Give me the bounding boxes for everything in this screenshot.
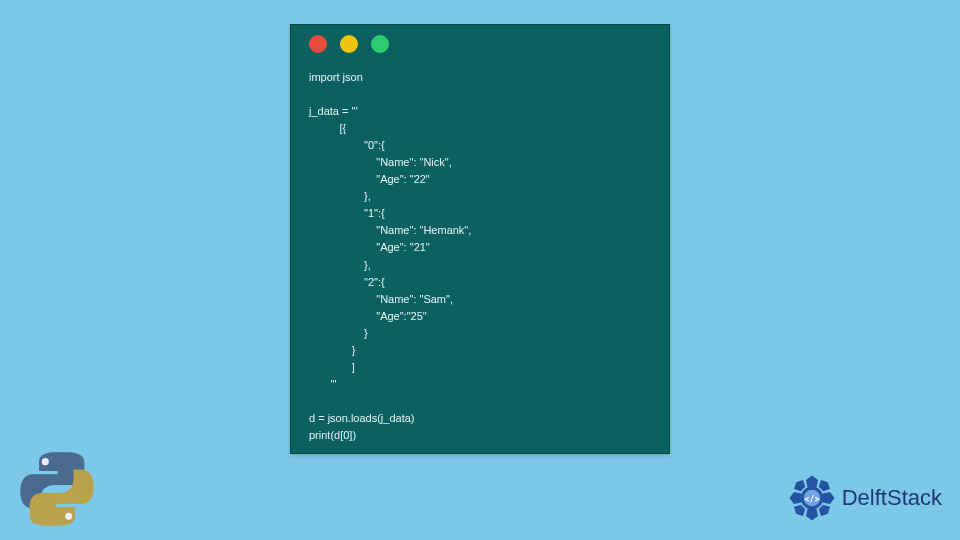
maximize-icon[interactable] xyxy=(371,35,389,53)
svg-point-1 xyxy=(65,513,72,520)
delftstack-logo-icon: </> xyxy=(788,474,836,522)
code-window: import json j_data = ''' [{ "0":{ "Name"… xyxy=(290,24,670,454)
close-icon[interactable] xyxy=(309,35,327,53)
window-titlebar xyxy=(291,25,669,63)
python-logo-icon xyxy=(14,446,100,532)
minimize-icon[interactable] xyxy=(340,35,358,53)
svg-point-0 xyxy=(42,458,49,465)
code-block: import json j_data = ''' [{ "0":{ "Name"… xyxy=(291,63,669,454)
delftstack-brand: </> DelftStack xyxy=(788,474,942,522)
delftstack-name: DelftStack xyxy=(842,485,942,511)
svg-text:</>: </> xyxy=(804,494,819,504)
